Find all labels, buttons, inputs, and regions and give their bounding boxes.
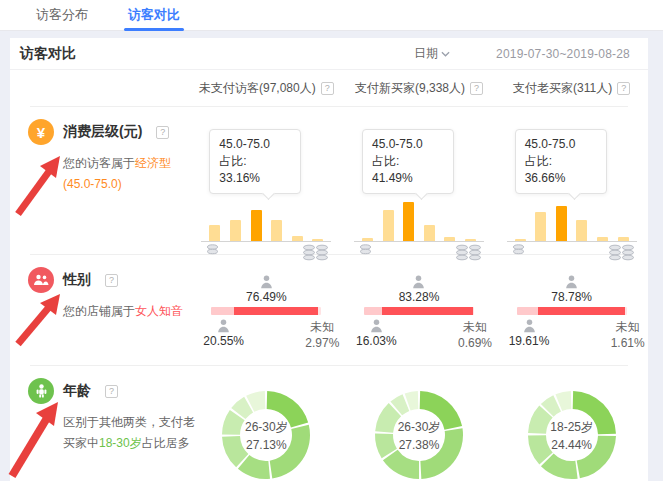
- female-icon: [411, 275, 426, 289]
- column-header-repeat-buyers: 支付老买家(311人)?: [495, 80, 648, 97]
- visitor-comparison-panel: 访客对比 日期 2019-07-30~2019-08-28 未支付访客(97,0…: [10, 38, 648, 481]
- row-title-gender: 性别: [63, 271, 91, 289]
- bar-chart: [201, 197, 331, 264]
- help-icon[interactable]: ?: [617, 82, 630, 95]
- donut-center-label: 26-30岁 27.13%: [221, 390, 311, 480]
- age-description: 区别于其他两类，支付老买家中18-30岁占比居多: [63, 412, 203, 454]
- chart-tooltip: 45.0-75.0 占比: 41.49%: [362, 129, 454, 194]
- age-chart-new-buyers: 26-30岁 27.38%: [343, 366, 496, 481]
- coin-small-icon: [206, 244, 219, 255]
- consumption-chart-repeat-buyers: 45.0-75.0 占比: 36.66%: [495, 107, 648, 264]
- top-tabbar: 访客分布 访客对比: [0, 0, 663, 31]
- column-header-unpaid: 未支付访客(97,080人)?: [190, 80, 343, 97]
- help-icon[interactable]: ?: [105, 274, 118, 287]
- consumption-yen-icon: ¥: [28, 119, 54, 145]
- date-type-label: 日期: [414, 45, 438, 62]
- help-icon[interactable]: ?: [105, 385, 118, 398]
- female-icon: [564, 275, 579, 289]
- chevron-down-icon: [441, 51, 450, 57]
- gender-highlight: 女人知音: [135, 304, 183, 318]
- row-consumption-level: ¥ 消费层级(元) ? 您的访客属于经济型(45.0-75.0) 45.0-75…: [10, 107, 648, 254]
- gender-stacked-bar: [364, 307, 474, 315]
- panel-header: 访客对比 日期 2019-07-30~2019-08-28: [10, 38, 648, 70]
- unknown-percent: 未知 0.69%: [458, 319, 492, 351]
- gender-stacked-bar: [211, 307, 321, 315]
- unknown-percent: 未知 2.97%: [305, 319, 339, 351]
- tab-visitor-distribution[interactable]: 访客分布: [36, 0, 88, 31]
- bar-chart: [354, 197, 484, 264]
- date-type-dropdown[interactable]: 日期: [414, 45, 450, 62]
- row-title-consumption: 消费层级(元): [63, 123, 142, 141]
- help-icon[interactable]: ?: [156, 126, 169, 139]
- male-icon: [522, 319, 537, 333]
- female-percent: 76.49%: [246, 290, 287, 304]
- gender-people-icon: [28, 267, 54, 293]
- date-filter: 日期 2019-07-30~2019-08-28: [414, 45, 630, 62]
- age-chart-unpaid: 26-30岁 27.13%: [190, 366, 343, 481]
- date-range-value[interactable]: 2019-07-30~2019-08-28: [496, 47, 630, 61]
- female-percent: 83.28%: [399, 290, 440, 304]
- gender-chart-repeat-buyers: 78.78% 19.61% 未知 1.61%: [495, 255, 648, 365]
- unknown-percent: 未知 1.61%: [611, 319, 645, 351]
- row-title-age: 年龄: [63, 382, 91, 400]
- donut-center-label: 26-30岁 27.38%: [374, 390, 464, 480]
- male-icon: [369, 319, 384, 333]
- bar-chart: [507, 197, 637, 264]
- row-gender: 性别 ? 您的店铺属于女人知音 76.49% 20.55%: [10, 255, 648, 365]
- coin-stack-icon: [302, 244, 329, 261]
- consumption-chart-unpaid: 45.0-75.0 占比: 33.16%: [190, 107, 343, 264]
- male-icon: [216, 319, 231, 333]
- coin-small-icon: [359, 244, 372, 255]
- age-person-icon: [28, 378, 54, 404]
- help-icon[interactable]: ?: [470, 82, 483, 95]
- gender-chart-unpaid: 76.49% 20.55% 未知 2.97%: [190, 255, 343, 365]
- tab-visitor-comparison[interactable]: 访客对比: [128, 0, 180, 31]
- male-percent: 16.03%: [356, 334, 397, 348]
- consumption-chart-new-buyers: 45.0-75.0 占比: 41.49%: [343, 107, 496, 264]
- female-icon: [259, 275, 274, 289]
- row-age: 年龄 ? 区别于其他两类，支付老买家中18-30岁占比居多 26-30岁 27.…: [10, 366, 648, 481]
- coin-small-icon: [512, 244, 525, 255]
- gender-chart-new-buyers: 83.28% 16.03% 未知 0.69%: [343, 255, 496, 365]
- chart-tooltip: 45.0-75.0 占比: 36.66%: [515, 129, 607, 194]
- female-percent: 78.78%: [551, 290, 592, 304]
- gender-stacked-bar: [517, 307, 627, 315]
- column-header-row: 未支付访客(97,080人)? 支付新买家(9,338人)? 支付老买家(311…: [10, 70, 648, 106]
- chart-tooltip: 45.0-75.0 占比: 33.16%: [209, 129, 301, 194]
- donut-center-label: 18-25岁 24.44%: [527, 390, 617, 480]
- male-percent: 20.55%: [203, 334, 244, 348]
- consumption-description: 您的访客属于经济型(45.0-75.0): [63, 153, 181, 195]
- age-chart-repeat-buyers: 18-25岁 24.44%: [495, 366, 648, 481]
- coin-stack-icon: [455, 244, 482, 261]
- age-highlight: 18-30岁: [99, 436, 142, 450]
- coin-stack-icon: [608, 244, 635, 261]
- page-title: 访客对比: [20, 45, 76, 63]
- help-icon[interactable]: ?: [321, 82, 334, 95]
- column-header-new-buyers: 支付新买家(9,338人)?: [343, 80, 496, 97]
- male-percent: 19.61%: [509, 334, 550, 348]
